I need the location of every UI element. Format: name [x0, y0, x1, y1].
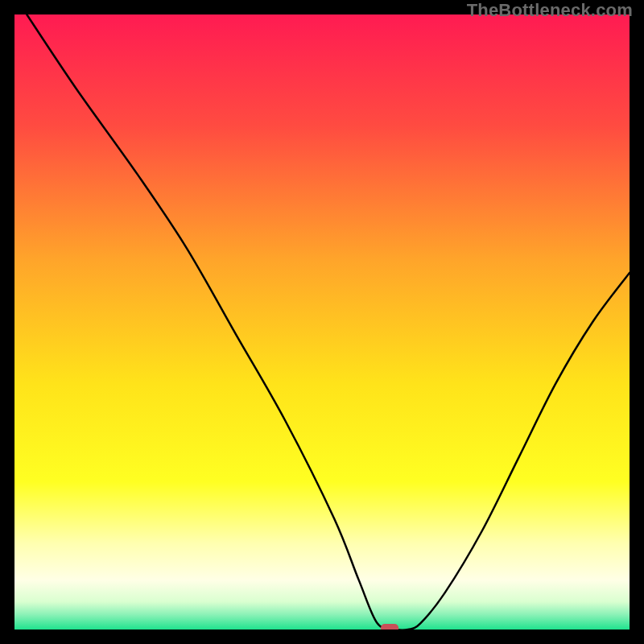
- gradient-background: [14, 14, 630, 630]
- bottleneck-chart: [14, 14, 630, 630]
- chart-frame: TheBottleneck.com: [0, 0, 644, 644]
- watermark-text: TheBottleneck.com: [467, 0, 633, 21]
- optimal-marker: [381, 624, 398, 630]
